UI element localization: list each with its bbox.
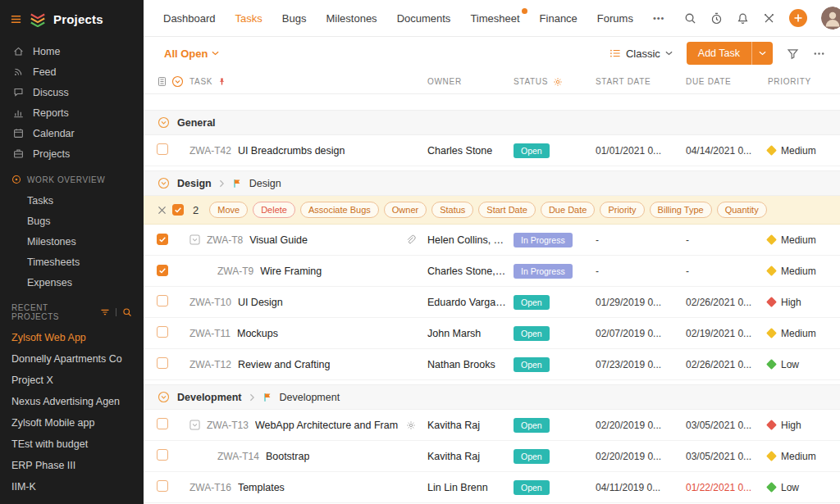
status-badge[interactable]: Open xyxy=(514,295,550,310)
subtask-toggle[interactable] xyxy=(189,234,200,245)
task-owner[interactable]: John Marsh xyxy=(427,328,514,339)
column-owner[interactable]: OWNER xyxy=(427,77,514,86)
sidebar-item-projects[interactable]: Projects xyxy=(0,143,144,164)
task-owner[interactable]: Lin Lin Brenn xyxy=(427,482,514,493)
status-badge[interactable]: Open xyxy=(514,357,550,372)
nav-tab-forums[interactable]: Forums xyxy=(597,12,633,25)
task-row-zwa-t14[interactable]: ZWA-T14 Bootstrap Kavitha Raj Open 02/20… xyxy=(144,441,840,472)
row-checkbox[interactable] xyxy=(157,265,168,276)
add-task-dropdown[interactable] xyxy=(752,42,773,65)
status-badge[interactable]: In Progress xyxy=(514,264,573,279)
sidebar-item-feed[interactable]: Feed xyxy=(0,61,144,82)
task-title[interactable]: Mockups xyxy=(237,328,278,339)
sidebar-item-calendar[interactable]: Calendar xyxy=(0,123,144,143)
nav-tab-documents[interactable]: Documents xyxy=(397,12,451,25)
task-priority[interactable]: High xyxy=(768,297,840,308)
bulk-action-billing-type[interactable]: Billing Type xyxy=(650,202,712,218)
bulk-action-priority[interactable]: Priority xyxy=(600,202,644,218)
task-row-zwa-t11[interactable]: ZWA-T11 Mockups John Marsh Open 02/07/20… xyxy=(144,318,840,349)
more-options-button[interactable] xyxy=(813,48,825,60)
work-overview-item-tasks[interactable]: Tasks xyxy=(0,190,144,211)
gear-icon[interactable] xyxy=(406,420,424,430)
recent-project-erp-phase-iii[interactable]: ERP Phase III xyxy=(0,455,144,476)
task-owner[interactable]: Charles Stone, J... xyxy=(427,266,514,277)
task-priority[interactable]: Medium xyxy=(768,328,840,339)
column-due-date[interactable]: DUE DATE xyxy=(686,77,768,86)
sidebar-item-reports[interactable]: Reports xyxy=(0,102,144,123)
bulk-action-move[interactable]: Move xyxy=(209,202,248,218)
status-badge[interactable]: Open xyxy=(514,480,550,495)
row-checkbox[interactable] xyxy=(157,234,168,245)
task-title[interactable]: Bootstrap xyxy=(266,451,310,462)
work-overview-item-expenses[interactable]: Expenses xyxy=(0,272,144,293)
sidebar-item-discuss[interactable]: Discuss xyxy=(0,82,144,102)
recent-project-project-x[interactable]: Project X xyxy=(0,370,144,391)
recent-project-zylsoft-web-app[interactable]: Zylsoft Web App xyxy=(0,327,144,348)
task-filter-dropdown[interactable]: All Open xyxy=(164,48,219,60)
column-start-date[interactable]: START DATE xyxy=(596,77,686,86)
nav-tab-milestones[interactable]: Milestones xyxy=(326,12,377,25)
task-row-zwa-t16[interactable]: ZWA-T16 Templates Lin Lin Brenn Open 04/… xyxy=(144,472,840,503)
task-owner[interactable]: Kavitha Raj xyxy=(427,451,514,462)
bulk-action-status[interactable]: Status xyxy=(431,202,473,218)
recent-project-donnelly-apartments-co[interactable]: Donnelly Apartments Co xyxy=(0,348,144,370)
task-priority[interactable]: Low xyxy=(768,482,840,493)
bulk-action-quantity[interactable]: Quantity xyxy=(717,202,767,218)
bulk-action-start-date[interactable]: Start Date xyxy=(478,202,536,218)
task-owner[interactable]: Nathan Brooks xyxy=(427,359,514,370)
task-title[interactable]: Review and Crafting xyxy=(238,359,331,370)
row-checkbox[interactable] xyxy=(157,480,168,492)
column-status[interactable]: STATUS xyxy=(514,77,596,87)
task-owner[interactable]: Charles Stone xyxy=(427,145,514,157)
work-overview-item-milestones[interactable]: Milestones xyxy=(0,231,144,252)
tools-button[interactable] xyxy=(763,12,775,25)
bulk-action-associate-bugs[interactable]: Associate Bugs xyxy=(300,202,379,218)
task-owner[interactable]: Kavitha Raj xyxy=(427,420,514,431)
search-projects-icon[interactable] xyxy=(122,307,132,317)
recent-project-zylsoft-mobile-app[interactable]: Zylsoft Mobile app xyxy=(0,412,144,434)
hamburger-menu-icon[interactable] xyxy=(10,13,22,25)
collapse-all-icon[interactable] xyxy=(171,75,184,88)
status-settings-icon[interactable] xyxy=(553,77,563,87)
task-row-zwa-t42[interactable]: ZWA-T42 UI Breadcrumbs design Charles St… xyxy=(144,135,840,166)
task-title[interactable]: UI Design xyxy=(238,297,283,308)
task-title[interactable]: UI Breadcrumbs design xyxy=(238,145,345,157)
task-priority[interactable]: Medium xyxy=(768,145,840,157)
row-checkbox[interactable] xyxy=(157,357,168,369)
task-row-zwa-t9[interactable]: ZWA-T9 Wire Framing Charles Stone, J... … xyxy=(144,256,840,287)
task-priority[interactable]: Medium xyxy=(768,234,840,246)
task-title[interactable]: Visual Guide xyxy=(249,234,308,246)
recent-project-test-with-budget[interactable]: TEst with budget xyxy=(0,434,144,455)
task-owner[interactable]: Helen Collins, K... xyxy=(427,234,514,246)
clear-selection-button[interactable] xyxy=(157,205,167,216)
bell-button[interactable] xyxy=(737,12,749,25)
task-priority[interactable]: Medium xyxy=(768,266,840,277)
recent-project-nexus-advertising-agen[interactable]: Nexus Advertising Agen xyxy=(0,391,144,412)
bulk-action-due-date[interactable]: Due Date xyxy=(541,202,595,218)
milestone-name[interactable]: Design xyxy=(249,178,281,189)
status-badge[interactable]: Open xyxy=(514,326,550,341)
row-checkbox[interactable] xyxy=(157,143,168,155)
work-overview-item-timesheets[interactable]: Timesheets xyxy=(0,252,144,272)
subtask-toggle[interactable] xyxy=(189,420,200,430)
task-title[interactable]: Wire Framing xyxy=(260,266,322,277)
task-priority[interactable]: Medium xyxy=(768,451,840,462)
task-row-zwa-t10[interactable]: ZWA-T10 UI Design Eduardo Vargas... Open… xyxy=(144,287,840,318)
sort-projects-icon[interactable] xyxy=(100,307,110,317)
task-priority[interactable]: Low xyxy=(768,359,840,370)
recent-project-iim-k[interactable]: IIM-K xyxy=(0,476,144,497)
view-switcher[interactable]: Classic xyxy=(609,48,673,60)
row-checkbox[interactable] xyxy=(157,295,168,306)
pin-icon[interactable] xyxy=(217,77,226,86)
status-badge[interactable]: Open xyxy=(514,418,550,433)
row-checkbox[interactable] xyxy=(157,326,168,338)
nav-tab-finance[interactable]: Finance xyxy=(540,12,578,25)
search-button[interactable] xyxy=(684,12,696,25)
task-list-icon[interactable] xyxy=(157,76,167,87)
work-overview-item-bugs[interactable]: Bugs xyxy=(0,211,144,231)
select-all-checkbox[interactable] xyxy=(172,204,184,216)
status-badge[interactable]: Open xyxy=(514,449,550,464)
bulk-action-delete[interactable]: Delete xyxy=(253,202,295,218)
bulk-action-owner[interactable]: Owner xyxy=(384,202,427,218)
timer-button[interactable] xyxy=(710,12,723,25)
